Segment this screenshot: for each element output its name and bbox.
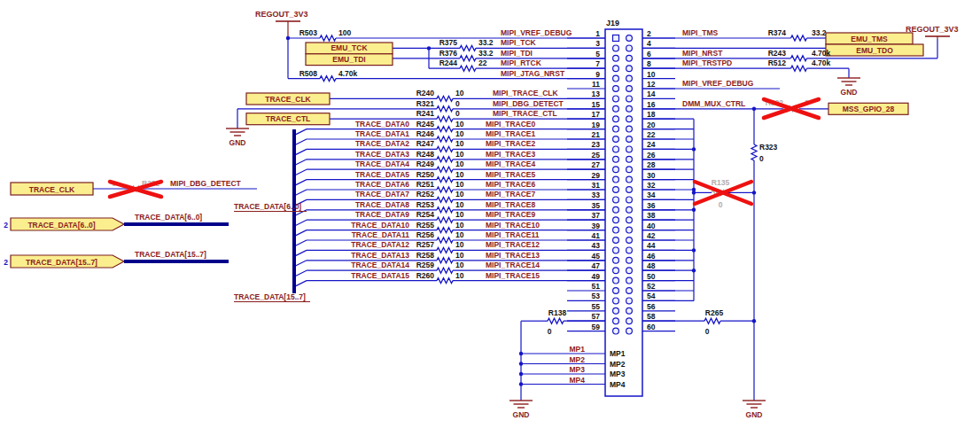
pin-number: 9 — [595, 70, 600, 79]
junction-dot — [519, 382, 523, 385]
pin-circle — [626, 156, 633, 162]
junction-dot — [519, 352, 523, 355]
pin-number: 1 — [595, 29, 600, 38]
mp-pin-label: MP2 — [610, 360, 626, 369]
net-label: MIPI_TRACE13 — [486, 251, 540, 260]
bus-label: TRACE_DATA[6..0] — [135, 213, 202, 222]
sheet-ref: 2 — [4, 221, 8, 230]
signal-label: TRACE_DATA15 — [351, 271, 409, 280]
pin-number: 14 — [647, 90, 656, 98]
net-label: MIPI_JTAG_NRST — [501, 69, 565, 78]
pin-number: 44 — [647, 241, 656, 250]
net-label: MIPI_VREF_DEBUG — [501, 28, 572, 37]
pin-circle — [626, 247, 633, 253]
refdes-label: R375 — [439, 38, 458, 47]
pin-circle — [626, 105, 633, 112]
pin-circle — [626, 197, 633, 203]
net-label: MIPI_DBG_DETECT — [170, 179, 242, 188]
net-label: MIPI_TCK — [501, 38, 537, 47]
value-label: 0 — [455, 99, 460, 108]
pin-number: 30 — [647, 171, 656, 180]
bus-label: TRACE_DATA[15..7] — [135, 250, 206, 259]
value-label: 22 — [478, 58, 487, 67]
pin-number: 39 — [592, 222, 601, 230]
pin-circle — [613, 308, 619, 314]
pin-number: 13 — [592, 90, 601, 98]
refdes-label: R265 — [705, 308, 724, 317]
junction-dot — [692, 147, 696, 151]
pin-circle — [626, 176, 633, 183]
mp-net-label: MP1 — [570, 345, 586, 354]
pin-number: 40 — [647, 222, 656, 230]
net-label: MIPI_TRACE8 — [486, 200, 535, 209]
pin-circle — [613, 227, 619, 233]
port-emu-tdo-label: EMU_TDO — [856, 46, 893, 55]
schematic-canvas: J191234567891011121314151617181920212223… — [0, 0, 980, 436]
pin-number: 5 — [595, 50, 600, 58]
refdes-label: R249 — [416, 160, 435, 168]
pin-number: 17 — [592, 110, 601, 119]
pin-number: 41 — [592, 231, 601, 240]
pin-number: 3 — [595, 39, 600, 48]
pin-number: 37 — [592, 211, 601, 220]
net-label: MIPI_TRACE10 — [486, 221, 540, 230]
pin-circle — [613, 277, 619, 284]
pin-circle — [626, 217, 633, 223]
pin-number: 56 — [647, 302, 656, 311]
value-label: 10 — [455, 230, 464, 239]
junction-dot — [692, 269, 696, 272]
net-label: MIPI_TRSTPD — [682, 58, 732, 67]
value-label: 33.2 — [478, 49, 494, 58]
refdes-label: R244 — [439, 58, 458, 67]
gnd-label: GND — [229, 138, 246, 147]
signal-label: TRACE_DATA13 — [351, 251, 409, 260]
net-label: MIPI_TRACE4 — [486, 160, 535, 168]
pin-number: 7 — [595, 59, 600, 68]
refdes-label: R323 — [759, 143, 778, 152]
pin-circle — [613, 268, 619, 274]
signal-label: TRACE_DATA8 — [355, 200, 409, 209]
value-label: 10 — [455, 170, 464, 179]
refdes-label: R138 — [548, 308, 567, 317]
value-label: 33.2 — [478, 38, 494, 47]
pin-number: 31 — [592, 181, 601, 190]
mp-pin-label: MP3 — [610, 370, 626, 378]
signal-label: TRACE_DATA9 — [355, 210, 409, 219]
net-label: MIPI_TRACE0 — [486, 120, 535, 128]
refdes-label: R247 — [416, 139, 435, 148]
refdes-label: R321 — [416, 99, 435, 108]
pin-circle — [613, 318, 619, 324]
net-label: MIPI_TRACE5 — [486, 170, 535, 179]
pin-number: 60 — [647, 323, 656, 331]
refdes-label: R250 — [416, 170, 435, 179]
refdes-label: R243 — [768, 49, 787, 58]
pin-circle — [626, 298, 633, 304]
net-label: MIPI_NRST — [682, 49, 723, 58]
refdes-label: R240 — [416, 89, 435, 97]
pin-number: 20 — [647, 121, 656, 129]
value-label: 10 — [455, 150, 464, 159]
pin-circle — [626, 136, 633, 143]
pin-circle — [626, 308, 633, 314]
pin-circle — [613, 187, 619, 193]
pin-number: 36 — [647, 201, 656, 210]
pin-circle — [613, 116, 619, 122]
net-label: MIPI_TRACE1 — [486, 129, 535, 138]
port-emu-tdi-label: EMU_TDI — [332, 55, 365, 64]
value-label: 0 — [548, 327, 552, 336]
refdes-label: R512 — [768, 58, 787, 67]
junction-dot — [752, 319, 756, 323]
pin-circle — [626, 126, 633, 132]
junction-dot — [692, 208, 696, 212]
signal-label: TRACE_DATA7 — [355, 190, 409, 199]
signal-label: TRACE_DATA0 — [355, 120, 409, 128]
refdes-label: R376 — [439, 49, 458, 58]
pin-circle — [626, 187, 633, 193]
pin-circle — [613, 136, 619, 143]
pin-circle — [613, 45, 619, 51]
gnd-label: GND — [513, 410, 530, 419]
net-label: MIPI_TRACE9 — [486, 210, 535, 219]
pin-number: 52 — [647, 282, 656, 291]
signal-label: TRACE_DATA10 — [351, 221, 409, 230]
signal-label: TRACE_DATA12 — [351, 240, 409, 249]
